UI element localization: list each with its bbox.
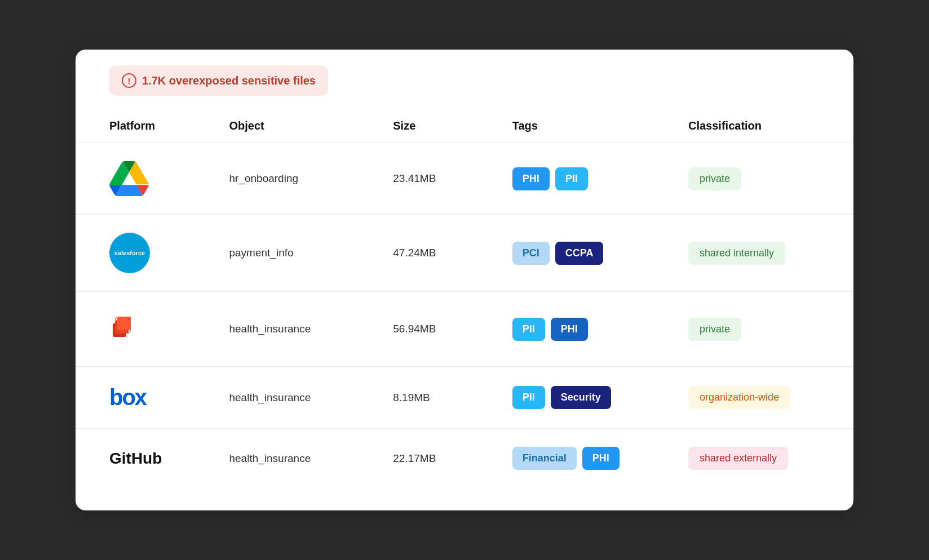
files-table: Platform Object Size Tags Classification [76,112,853,488]
svg-line-8 [129,330,131,334]
header-object: Object [229,112,393,143]
tag-security: Security [551,386,611,409]
object-name: health_insurance [229,292,393,367]
tags-cell: PCI CCPA [512,242,688,265]
tag-pii: PII [512,386,545,409]
main-card: ! 1.7K overexposed sensitive files Platf… [76,50,853,510]
tags-cell: PII PHI [512,318,688,341]
file-size: 47.24MB [393,215,512,292]
svg-text:salesforce: salesforce [114,250,145,256]
box-logo-text: box [109,385,146,410]
object-name: health_insurance [229,367,393,429]
tags-cell: PII Security [512,386,688,409]
header-size: Size [393,112,512,143]
header-classification: Classification [688,112,853,143]
platform-logo-github: GitHub [109,450,229,468]
alert-banner: ! 1.7K overexposed sensitive files [109,65,328,96]
platform-logo-gdrive [109,161,229,196]
platform-logo-box: box [109,385,229,410]
alert-icon: ! [122,73,136,88]
github-logo-text: GitHub [109,450,162,468]
tag-pii: PII [512,318,545,341]
tag-pci: PCI [512,242,550,265]
table-row: salesforce payment_info 47.24MB PCI CCPA… [76,215,853,292]
svg-line-6 [115,317,117,320]
header-platform: Platform [76,112,229,143]
classification-badge: organization-wide [688,386,790,409]
platform-logo-aws [109,310,229,348]
tag-phi: PHI [551,318,588,341]
tags-cell: PHI PII [512,167,688,190]
classification-badge: private [688,167,741,190]
table-row: box health_insurance 8.19MB PII Security… [76,367,853,429]
svg-rect-5 [117,317,131,330]
file-size: 23.41MB [393,143,512,215]
alert-text: 1.7K overexposed sensitive files [142,74,316,87]
table-row: GitHub health_insurance 22.17MB Financia… [76,429,853,488]
file-size: 56.94MB [393,292,512,367]
object-name: health_insurance [229,429,393,488]
classification-badge: private [688,318,741,341]
platform-logo-salesforce: salesforce [109,233,229,273]
tag-financial: Financial [512,447,577,470]
tag-phi: PHI [582,447,620,470]
tag-pii: PII [555,167,588,190]
table-row: health_insurance 56.94MB PII PHI private [76,292,853,367]
tag-ccpa: CCPA [555,242,604,265]
tag-phi: PHI [512,167,550,190]
table-row: hr_onboarding 23.41MB PHI PII private [76,143,853,215]
object-name: payment_info [229,215,393,292]
tags-cell: Financial PHI [512,447,688,470]
file-size: 22.17MB [393,429,512,488]
object-name: hr_onboarding [229,143,393,215]
classification-badge: shared externally [688,447,788,470]
file-size: 8.19MB [393,367,512,429]
classification-badge: shared internally [688,242,785,265]
header-tags: Tags [512,112,688,143]
